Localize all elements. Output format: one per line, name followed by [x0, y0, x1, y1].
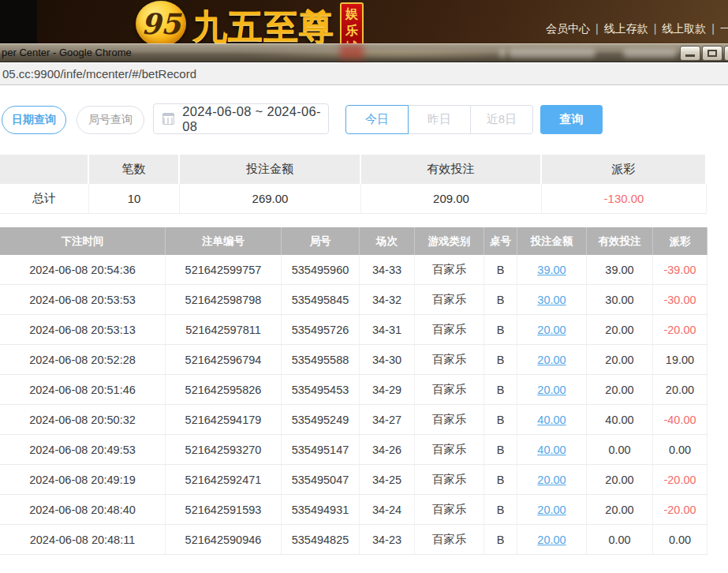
cell-session: 34-32 [360, 285, 415, 314]
summary-total-row: 总计10269.00209.00-130.00 [0, 184, 707, 214]
cell-bet-amount[interactable]: 20.00 [517, 375, 587, 404]
cell-game-type: 百家乐 [415, 375, 484, 404]
cell-table-no: B [484, 405, 517, 434]
summary-header-cell: 派彩 [542, 155, 707, 184]
quick-range-group: 今日昨日近8日 [345, 105, 533, 134]
cell-valid-bet: 0.00 [587, 525, 653, 554]
summary-value-cell: 10 [89, 184, 180, 213]
cell-valid-bet: 0.00 [587, 435, 653, 464]
cell-bet-amount[interactable]: 40.00 [517, 435, 587, 464]
cell-valid-bet: 20.00 [587, 375, 653, 404]
cell-round-id: 535495249 [282, 405, 360, 434]
table-row: 2024-06-08 20:53:13521642597811535495726… [0, 315, 707, 345]
cell-valid-bet: 30.00 [587, 285, 653, 314]
table-row: 2024-06-08 20:52:28521642596794535495588… [0, 345, 707, 375]
quick-range-button[interactable]: 今日 [345, 105, 409, 134]
site-banner: 95 九五至尊 娱乐城 会员中心|线上存款|线上取款|一键 [0, 0, 728, 43]
cell-bet-amount[interactable]: 40.00 [517, 405, 587, 434]
cell-game-type: 百家乐 [415, 435, 484, 464]
maximize-button[interactable] [702, 46, 722, 61]
bet-table-header: 下注时间注单编号局号场次游戏类别桌号投注金额有效投注派彩 [0, 227, 707, 255]
cell-game-type: 百家乐 [415, 405, 484, 434]
badge-char: 乐 [342, 22, 362, 39]
header-cell-table-no: 桌号 [484, 227, 517, 255]
cell-table-no: B [484, 285, 517, 314]
cell-bet-amount[interactable]: 20.00 [517, 465, 587, 494]
cell-bet-amount[interactable]: 30.00 [517, 285, 587, 314]
redacted-account-info [623, 49, 677, 58]
site-logo-icon: 95 [136, 1, 186, 47]
cell-table-no: B [484, 465, 517, 494]
cell-session: 34-30 [360, 345, 415, 374]
cell-round-id: 535495453 [282, 375, 360, 404]
nav-link[interactable]: 一键 [720, 22, 728, 35]
cell-bet-amount[interactable]: 20.00 [517, 525, 587, 554]
cell-round-id: 535495588 [282, 345, 360, 374]
search-button[interactable]: 查询 [540, 105, 603, 134]
cell-table-no: B [484, 495, 517, 524]
cell-bet-id: 521642595826 [166, 375, 282, 404]
table-row: 2024-06-08 20:49:53521642593270535495147… [0, 435, 707, 465]
cell-round-id: 535495147 [282, 435, 360, 464]
header-cell-round-id: 局号 [282, 227, 360, 255]
cell-payout: 0.00 [653, 435, 707, 464]
header-cell-bet-amount: 投注金额 [517, 227, 587, 255]
top-navigation: 会员中心|线上存款|线上取款|一键 [546, 22, 728, 36]
cell-session: 34-24 [360, 495, 415, 524]
cell-payout: -20.00 [653, 465, 707, 494]
header-cell-valid-bet: 有效投注 [587, 227, 653, 255]
cell-payout: 19.00 [653, 345, 707, 374]
cell-payout: -30.00 [653, 285, 707, 314]
cell-valid-bet: 20.00 [587, 345, 653, 374]
cell-bet-time: 2024-06-08 20:51:46 [0, 375, 166, 404]
cell-bet-id: 521642599757 [166, 255, 282, 284]
cell-bet-id: 521642597811 [166, 315, 282, 344]
cell-session: 34-29 [360, 375, 415, 404]
header-cell-bet-time: 下注时间 [0, 227, 166, 255]
cell-bet-time: 2024-06-08 20:49:19 [0, 465, 166, 494]
cell-bet-id: 521642592471 [166, 465, 282, 494]
page-url: 05.cc:9900/infe/mcenter/#/betRecord [2, 63, 196, 84]
calendar-icon [162, 113, 174, 125]
browser-titlebar: per Center - Google Chrome [0, 43, 728, 62]
header-cell-game-type: 游戏类别 [415, 227, 484, 255]
cell-payout: -20.00 [653, 495, 707, 524]
cell-round-id: 535495726 [282, 315, 360, 344]
quick-range-button[interactable]: 近8日 [470, 105, 533, 134]
blurred-reflection [229, 49, 513, 58]
cell-bet-amount[interactable]: 20.00 [517, 345, 587, 374]
quick-range-button[interactable]: 昨日 [408, 105, 471, 134]
table-row: 2024-06-08 20:48:40521642591593535494931… [0, 495, 707, 525]
cell-bet-id: 521642593270 [166, 435, 282, 464]
table-row: 2024-06-08 20:54:36521642599757535495960… [0, 255, 707, 285]
banner-left-black-panel [0, 0, 37, 43]
redacted-account-info [499, 49, 506, 58]
cell-bet-amount[interactable]: 20.00 [517, 495, 587, 524]
nav-link[interactable]: 线上取款 [662, 22, 706, 35]
summary-header-cell: 笔数 [89, 155, 180, 184]
cell-round-id: 535495960 [282, 255, 360, 284]
date-range-input[interactable]: 2024-06-08 ~ 2024-06-08 [153, 103, 329, 134]
browser-address-bar[interactable]: 05.cc:9900/infe/mcenter/#/betRecord [0, 63, 728, 85]
cell-game-type: 百家乐 [415, 285, 484, 314]
nav-link[interactable]: 会员中心 [546, 22, 590, 35]
bet-record-table: 下注时间注单编号局号场次游戏类别桌号投注金额有效投注派彩 2024-06-08 … [0, 227, 707, 555]
badge-char: 娱 [342, 6, 362, 22]
table-row: 2024-06-08 20:53:53521642598798535495845… [0, 285, 707, 315]
cell-bet-amount[interactable]: 20.00 [517, 315, 587, 344]
cell-round-id: 535494825 [282, 525, 360, 554]
summary-value-cell: 209.00 [361, 184, 542, 213]
blurred-badge-bleed [340, 45, 364, 59]
cell-bet-time: 2024-06-08 20:48:11 [0, 525, 166, 554]
tab-round-query[interactable]: 局号查询 [77, 106, 144, 134]
cell-round-id: 535495845 [282, 285, 360, 314]
nav-link[interactable]: 线上存款 [604, 22, 648, 35]
cell-bet-amount[interactable]: 39.00 [517, 255, 587, 284]
tab-date-query[interactable]: 日期查询 [2, 106, 66, 134]
header-cell-bet-id: 注单编号 [166, 227, 282, 255]
cell-valid-bet: 20.00 [587, 495, 653, 524]
cell-table-no: B [484, 345, 517, 374]
minimize-button[interactable] [680, 46, 700, 61]
summary-table-header: 笔数投注金额有效投注派彩 [0, 155, 707, 184]
close-button[interactable] [724, 46, 728, 61]
